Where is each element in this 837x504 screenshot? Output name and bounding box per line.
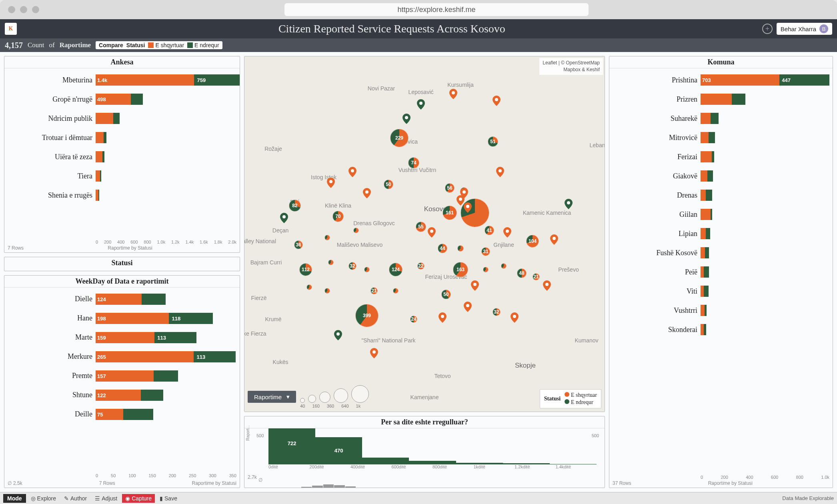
bar-row[interactable]: Shenia e rrugës <box>8 186 236 204</box>
map-pin[interactable] <box>493 96 501 106</box>
bar-row[interactable]: Tiera <box>8 167 236 185</box>
map-cluster[interactable]: 161 <box>443 206 457 220</box>
bar-row[interactable]: Peië <box>613 263 829 281</box>
map-cluster[interactable] <box>393 288 398 294</box>
panel-statusi[interactable]: Statusi <box>4 257 240 271</box>
map-pin[interactable] <box>496 167 504 177</box>
bar-row[interactable]: Trotuar i dëmtuar <box>8 128 236 147</box>
mode-author-button[interactable]: ✎ Author <box>61 494 90 503</box>
map-cluster[interactable]: 22 <box>417 262 425 270</box>
map-cluster[interactable]: 55 <box>416 222 426 232</box>
bar-row[interactable]: Mbeturina1.4k759 <box>8 71 236 89</box>
bar-row[interactable]: Lipian <box>613 224 829 243</box>
map-pin[interactable] <box>417 99 425 110</box>
keshif-logo-icon[interactable]: K <box>5 23 17 35</box>
map-cluster[interactable] <box>457 245 464 252</box>
map-cluster[interactable]: 44 <box>438 244 447 253</box>
map-cluster[interactable]: 32 <box>493 308 501 316</box>
map-pin[interactable] <box>327 178 335 188</box>
map-cluster[interactable]: 32 <box>348 262 356 270</box>
bar-row[interactable]: Gropë n'rrugë498 <box>8 90 236 108</box>
legend-e-shqyrtuar[interactable]: E shqyrtuar <box>148 42 184 48</box>
map-cluster[interactable]: 124 <box>389 263 402 276</box>
map-cluster[interactable] <box>306 284 312 290</box>
map-cluster[interactable]: 48 <box>517 268 527 278</box>
map-cluster[interactable]: 70 <box>332 211 344 222</box>
map-pin[interactable] <box>464 302 472 312</box>
histogram-bar[interactable] <box>456 463 503 464</box>
map-pin[interactable] <box>348 167 356 177</box>
map-cluster[interactable]: 50 <box>441 290 451 299</box>
map-cluster[interactable]: 21 <box>533 273 540 280</box>
map-pin[interactable] <box>565 199 573 209</box>
map-pin[interactable] <box>503 227 511 238</box>
bar-row[interactable]: Dielle124 <box>8 290 236 308</box>
map-cluster[interactable]: 104 <box>526 235 539 248</box>
bar-row[interactable]: Fushë Kosovë <box>613 244 829 262</box>
map-cluster[interactable]: 24 <box>410 316 417 323</box>
add-button[interactable]: + <box>762 24 773 34</box>
map-pin[interactable] <box>439 312 447 323</box>
map-canvas[interactable]: Leaflet | © OpenStreetMap Mapbox & Keshi… <box>244 56 605 412</box>
bar-row[interactable]: Drenas <box>613 186 829 204</box>
map-legend-item[interactable]: E ndrequr <box>565 399 597 406</box>
map-legend-item[interactable]: E shqyrtuar <box>565 392 597 398</box>
mode-capture-button[interactable]: ◉ Capture <box>122 494 155 503</box>
mode-adjust-button[interactable]: ☰ Adjust <box>92 494 120 503</box>
bar-row[interactable]: Merkure265113 <box>8 348 236 366</box>
bar-row[interactable]: Mitrovicë <box>613 128 829 147</box>
map-cluster[interactable] <box>324 288 330 294</box>
map-cluster[interactable] <box>353 228 359 233</box>
map-cluster[interactable]: 41 <box>485 226 494 235</box>
legend-e-ndrequr[interactable]: E ndrequr <box>187 42 219 48</box>
map-cluster[interactable]: 31 <box>481 247 490 256</box>
histogram-bar[interactable]: 722 <box>268 428 315 464</box>
bar-row[interactable]: Giilan <box>613 205 829 224</box>
map-cluster[interactable] <box>501 263 507 269</box>
map-pin[interactable] <box>428 227 436 238</box>
histogram-bar[interactable] <box>362 458 409 464</box>
histogram-bar[interactable]: 470 <box>315 437 362 464</box>
bar-row[interactable]: Prizren <box>613 90 829 108</box>
histogram-bar[interactable] <box>409 461 456 464</box>
map-pin[interactable] <box>471 280 479 291</box>
close-window-icon[interactable] <box>8 6 15 13</box>
map-cluster[interactable]: 56 <box>445 183 455 193</box>
map-pin[interactable] <box>550 234 558 245</box>
map-cluster[interactable] <box>364 267 370 272</box>
map-measure-dropdown[interactable]: Raportime ▾ <box>248 391 296 403</box>
bar-row[interactable]: Hane198118 <box>8 309 236 328</box>
map-cluster[interactable]: 163 <box>453 262 468 277</box>
bar-row[interactable]: Premte157 <box>8 367 236 385</box>
minimize-window-icon[interactable] <box>20 6 27 13</box>
map-pin[interactable] <box>543 280 551 291</box>
mode-explore-button[interactable]: ◎ Explore <box>28 494 59 503</box>
user-menu[interactable]: Behar Xharra B <box>777 23 832 35</box>
map-pin[interactable] <box>363 188 371 198</box>
bar-row[interactable]: Viti <box>613 282 829 300</box>
histogram-overview[interactable] <box>244 484 605 488</box>
bar-row[interactable]: Skonderai <box>613 320 829 339</box>
histogram-bar[interactable] <box>503 463 550 464</box>
map-cluster[interactable]: 399 <box>355 304 378 327</box>
map-pin[interactable] <box>334 330 342 340</box>
map-pin[interactable] <box>511 312 519 323</box>
map-cluster[interactable]: 36 <box>294 240 303 249</box>
map-cluster[interactable] <box>483 267 489 272</box>
bar-row[interactable]: Ndricim publik <box>8 109 236 128</box>
map-pin[interactable] <box>370 348 378 358</box>
bar-row[interactable]: Marte159113 <box>8 328 236 347</box>
map-cluster[interactable] <box>328 260 334 265</box>
map-cluster[interactable] <box>324 235 330 240</box>
map-cluster[interactable]: 74 <box>408 157 419 168</box>
histogram-bar[interactable] <box>550 464 597 464</box>
map-cluster[interactable]: 51 <box>488 136 498 147</box>
map-cluster[interactable]: 229 <box>390 129 408 147</box>
map-cluster[interactable]: 112 <box>299 263 312 276</box>
mode-save-button[interactable]: ▮ Save <box>156 494 180 503</box>
map-cluster[interactable]: 82 <box>289 200 301 212</box>
map-pin[interactable] <box>460 188 468 198</box>
bar-row[interactable]: Shtune122 <box>8 386 236 404</box>
compare-selector[interactable]: Compare Statusi E shqyrtuar E ndrequr <box>96 41 222 49</box>
map-pin[interactable] <box>449 89 457 99</box>
